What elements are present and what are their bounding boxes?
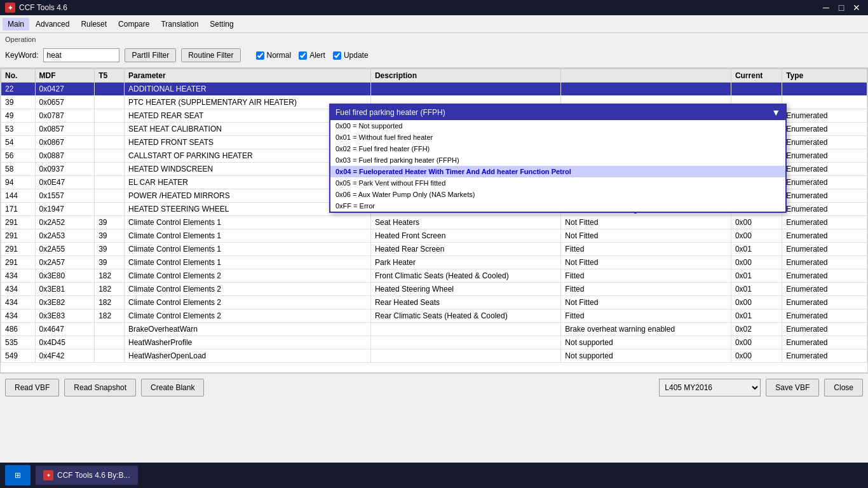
table-row[interactable]: 291 0x2A52 39 Climate Control Elements 1… — [1, 216, 867, 229]
table-row[interactable]: 291 0x2A57 39 Climate Control Elements 1… — [1, 256, 867, 269]
dropdown-item-0[interactable]: 0x00 = Not supported — [330, 120, 785, 132]
cell-no: 291 — [1, 229, 36, 243]
cell-mdf: 0x2A52 — [35, 216, 95, 229]
col-header-description: Description — [370, 69, 560, 83]
cell-mdf: 0x4F42 — [35, 349, 95, 363]
bottom-left-buttons: Read VBF Read Snapshot Create Blank — [5, 379, 204, 396]
cell-t5 — [95, 336, 125, 349]
operation-label: Operation — [5, 36, 863, 43]
read-snapshot-button[interactable]: Read Snapshot — [64, 379, 136, 396]
cell-mdf: 0x0427 — [35, 83, 95, 96]
menu-compare[interactable]: Compare — [113, 18, 154, 30]
menu-main[interactable]: Main — [3, 18, 29, 30]
dropdown-overlay: Fuel fired parking heater (FFPH) ▼ 0x00 … — [329, 104, 787, 213]
table-row[interactable]: 434 0x3E81 182 Climate Control Elements … — [1, 283, 867, 296]
cell-mdf: 0x4647 — [35, 323, 95, 336]
dropdown-item-4[interactable]: 0x04 = Fueloperated Heater With Timer An… — [330, 166, 785, 177]
table-row[interactable]: 291 0x2A55 39 Climate Control Elements 1… — [1, 243, 867, 256]
cell-desc: Park Heater — [370, 256, 560, 269]
menu-translation[interactable]: Translation — [156, 18, 203, 30]
cell-mdf: 0x3E80 — [35, 269, 95, 283]
cell-current: 0x00 — [731, 229, 782, 243]
app-title: CCF Tools 4.6 — [19, 3, 67, 12]
cell-mdf: 0x3E81 — [35, 283, 95, 296]
read-vbf-button[interactable]: Read VBF — [5, 379, 59, 396]
close-button-bottom[interactable]: Close — [824, 379, 863, 396]
table-row[interactable]: 535 0x4D45 HeatWasherProfile Not support… — [1, 336, 867, 349]
keyword-label: KeyWord: — [5, 51, 38, 60]
taskbar: ⊞ ✦ CCF Tools 4.6 By:B... — [0, 463, 868, 488]
update-checkbox[interactable]: Update — [333, 51, 369, 60]
cell-t5: 182 — [95, 269, 125, 283]
cell-type: Enumerated — [782, 296, 867, 309]
cell-type: Enumerated — [782, 349, 867, 363]
cell-type: Enumerated — [782, 243, 867, 256]
cell-t5 — [95, 176, 125, 189]
keyword-input[interactable] — [43, 48, 119, 62]
cell-value: Fitted — [561, 269, 731, 283]
close-button[interactable]: ✕ — [850, 3, 863, 13]
cell-mdf: 0x2A55 — [35, 243, 95, 256]
menu-setting[interactable]: Setting — [205, 18, 238, 30]
cell-mdf: 0x1947 — [35, 203, 95, 216]
cell-no: 49 — [1, 109, 36, 123]
normal-checkbox[interactable]: Normal — [256, 51, 292, 60]
operation-bar: Operation KeyWord: PartII Filter Routine… — [0, 33, 868, 68]
cell-type: Enumerated — [782, 163, 867, 176]
routine-filter-button[interactable]: Routine Filter — [181, 48, 240, 62]
alert-checkbox[interactable]: Alert — [299, 51, 325, 60]
cell-type: Enumerated — [782, 203, 867, 216]
cell-value: Brake overheat warning enabled — [561, 323, 731, 336]
cell-mdf: 0x0E47 — [35, 176, 95, 189]
dropdown-arrow-icon[interactable]: ▼ — [771, 107, 780, 118]
app-icon: ✦ — [5, 3, 15, 13]
cell-no: 486 — [1, 323, 36, 336]
menu-advanced[interactable]: Advanced — [31, 18, 74, 30]
checkbox-group: Normal Alert Update — [256, 51, 369, 60]
table-row[interactable]: 434 0x3E83 182 Climate Control Elements … — [1, 309, 867, 323]
maximize-button[interactable]: □ — [835, 3, 848, 13]
cell-t5 — [95, 203, 125, 216]
create-blank-button[interactable]: Create Blank — [141, 379, 204, 396]
start-button[interactable]: ⊞ — [5, 465, 31, 485]
part2-filter-button[interactable]: PartII Filter — [125, 48, 176, 62]
cell-desc: Heated Steering Wheel — [370, 283, 560, 296]
cell-no: 22 — [1, 83, 36, 96]
window-controls: ─ □ ✕ — [820, 3, 863, 13]
table-row[interactable]: 291 0x2A53 39 Climate Control Elements 1… — [1, 229, 867, 243]
cell-param: ADDITIONAL HEATER — [124, 83, 370, 96]
cell-value: Fitted — [561, 243, 731, 256]
cell-type — [782, 83, 867, 96]
cell-current — [731, 83, 782, 96]
dropdown-item-1[interactable]: 0x01 = Without fuel fired heater — [330, 132, 785, 143]
cell-value: Not supported — [561, 336, 731, 349]
taskbar-app-item[interactable]: ✦ CCF Tools 4.6 By:B... — [36, 466, 138, 485]
cell-t5: 182 — [95, 296, 125, 309]
save-vbf-button[interactable]: Save VBF — [766, 379, 819, 396]
table-row[interactable]: 434 0x3E80 182 Climate Control Elements … — [1, 269, 867, 283]
dropdown-item-3[interactable]: 0x03 = Fuel fired parking heater (FFPH) — [330, 154, 785, 166]
table-row[interactable]: 22 0x0427 ADDITIONAL HEATER — [1, 83, 867, 96]
cell-current: 0x00 — [731, 349, 782, 363]
col-header-no: No. — [1, 69, 36, 83]
cell-current: 0x00 — [731, 336, 782, 349]
table-row[interactable]: 434 0x3E82 182 Climate Control Elements … — [1, 296, 867, 309]
cell-param: Climate Control Elements 2 — [124, 309, 370, 323]
dropdown-item-7[interactable]: 0xFF = Error — [330, 200, 785, 212]
dropdown-item-5[interactable]: 0x05 = Park Vent without FFH fitted — [330, 177, 785, 189]
cell-mdf: 0x0867 — [35, 136, 95, 149]
model-select[interactable]: L405 MY2016 — [659, 379, 761, 396]
table-row[interactable]: 549 0x4F42 HeatWasherOpenLoad Not suppor… — [1, 349, 867, 363]
cell-current: 0x01 — [731, 283, 782, 296]
cell-t5: 182 — [95, 309, 125, 323]
cell-desc — [370, 323, 560, 336]
dropdown-item-6[interactable]: 0x06 = Aux Water Pump Only (NAS Markets) — [330, 189, 785, 200]
table-row[interactable]: 486 0x4647 BrakeOverheatWarn Brake overh… — [1, 323, 867, 336]
cell-desc — [370, 349, 560, 363]
cell-value: Not Fitted — [561, 256, 731, 269]
menu-ruleset[interactable]: Ruleset — [76, 18, 112, 30]
cell-no: 144 — [1, 189, 36, 203]
cell-desc: Rear Heated Seats — [370, 296, 560, 309]
dropdown-item-2[interactable]: 0x02 = Fuel fired heater (FFH) — [330, 143, 785, 154]
minimize-button[interactable]: ─ — [820, 3, 832, 13]
